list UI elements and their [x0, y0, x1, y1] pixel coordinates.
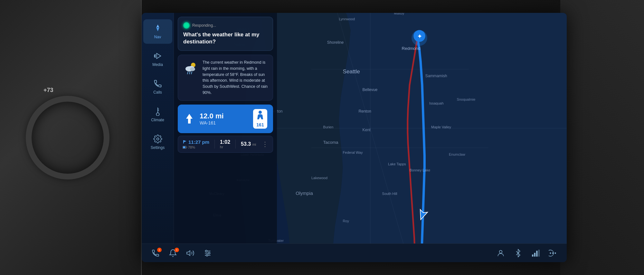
svg-text:Bellevue: Bellevue	[363, 87, 378, 92]
svg-point-52	[190, 67, 195, 71]
equalizer-icon	[204, 249, 212, 257]
main-screen: Nav Media Calls	[142, 13, 567, 262]
climate-icon	[153, 107, 162, 116]
svg-text:Kent: Kent	[363, 128, 371, 132]
nav-distance: 12.0 mi	[200, 112, 224, 120]
weather-card: The current weather in Redmond is light …	[178, 55, 273, 101]
weather-description: The current weather in Redmond is light …	[203, 60, 268, 96]
svg-text:Burien: Burien	[323, 125, 334, 129]
bottom-left-icons: 1 1	[151, 249, 212, 257]
weather-cloud-rain-icon	[183, 60, 198, 75]
voice-question-text: What's the weather like at my destinatio…	[183, 31, 268, 45]
svg-text:Renton: Renton	[358, 109, 371, 114]
sidebar-item-nav[interactable]: Nav	[143, 19, 172, 44]
navigation-instruction-card: 12.0 mi WA-161 161	[178, 105, 273, 133]
voice-active-dot	[183, 22, 190, 29]
voice-assistant-card: Responding... What's the weather like at…	[178, 17, 273, 51]
svg-marker-61	[187, 251, 190, 255]
notifications-button[interactable]: 1	[169, 249, 177, 257]
svg-text:Maltby: Maltby	[394, 13, 404, 15]
weather-icon	[183, 60, 199, 76]
svg-line-55	[191, 72, 192, 74]
svg-point-5	[156, 138, 159, 140]
signal-icon	[531, 249, 540, 257]
svg-text:Roy: Roy	[343, 219, 349, 223]
svg-point-56	[259, 111, 262, 114]
steering-wheel	[26, 96, 109, 179]
notification-badge: 1	[175, 248, 179, 252]
svg-rect-70	[534, 252, 535, 256]
svg-rect-69	[532, 254, 533, 257]
svg-text:South Hill: South Hill	[382, 192, 397, 196]
svg-text:✦: ✦	[417, 33, 422, 40]
svg-rect-72	[538, 250, 540, 257]
voice-responding-row: Responding...	[183, 22, 268, 29]
svg-point-65	[205, 250, 207, 252]
svg-text:Lynnwood: Lynnwood	[339, 17, 355, 21]
profile-button[interactable]	[497, 249, 505, 257]
battery-info: 78%	[183, 145, 209, 149]
svg-point-67	[206, 254, 208, 256]
svg-point-73	[550, 252, 551, 253]
trip-info-bar: 11:27 pm 78%	[178, 136, 273, 153]
more-button[interactable]	[549, 249, 557, 257]
svg-rect-71	[536, 251, 537, 256]
straight-arrow-icon	[184, 113, 195, 124]
sidebar-item-climate[interactable]: Climate	[143, 102, 172, 127]
battery-icon	[183, 146, 187, 149]
route-badge: 161	[253, 109, 267, 129]
user-icon	[497, 249, 505, 257]
duration-value: 1:02	[220, 139, 230, 145]
signal-button[interactable]	[531, 249, 540, 257]
svg-text:Bonney Lake: Bonney Lake	[410, 168, 430, 172]
more-horizontal-icon	[549, 249, 557, 257]
route-badge-icon	[256, 110, 265, 122]
svg-text:Seattle: Seattle	[343, 69, 360, 75]
svg-text:Shoreline: Shoreline	[327, 40, 344, 45]
sidebar-item-settings[interactable]: Settings	[143, 130, 172, 154]
svg-text:Enumclaw: Enumclaw	[449, 152, 465, 156]
duration-unit: hr	[220, 145, 230, 149]
svg-text:Monroe: Monroe	[457, 13, 469, 13]
volume-icon	[186, 249, 194, 257]
nav-icon	[153, 24, 162, 33]
svg-text:Tacoma: Tacoma	[323, 140, 338, 145]
sidebar-item-media[interactable]: Media	[143, 47, 172, 71]
svg-text:Issaquah: Issaquah	[429, 101, 444, 105]
sidebar-item-calls[interactable]: Calls	[143, 75, 172, 99]
route-number: 161	[256, 122, 264, 127]
svg-text:Redmond: Redmond	[402, 46, 421, 51]
nav-road: WA-161	[200, 120, 224, 125]
arrive-time: 11:27 pm	[188, 139, 209, 145]
car-interior-right	[560, 0, 644, 275]
voice-status: Responding...	[192, 23, 216, 28]
flag-icon	[183, 140, 187, 144]
svg-rect-60	[183, 146, 185, 148]
nav-instruction-text: 12.0 mi WA-161	[200, 112, 224, 125]
sidebar: Nav Media Calls	[142, 13, 174, 243]
map-area: ✦ Seattle Redmond Bellevue Renton Tacoma…	[174, 13, 567, 243]
svg-text:Federal Way: Federal Way	[343, 151, 363, 154]
media-icon	[153, 51, 162, 60]
volume-button[interactable]	[186, 249, 194, 257]
svg-text:Lakewood: Lakewood	[311, 176, 327, 180]
trip-separator-2	[235, 140, 236, 149]
sidebar-media-label: Media	[152, 62, 163, 67]
svg-line-54	[189, 72, 190, 74]
phone-button[interactable]: 1	[151, 249, 160, 257]
svg-rect-59	[186, 147, 187, 148]
svg-point-68	[499, 250, 502, 253]
svg-text:Sammamish: Sammamish	[425, 74, 447, 78]
route-person-icon	[256, 110, 265, 121]
trip-separator-1	[214, 140, 215, 149]
sidebar-calls-label: Calls	[153, 90, 162, 95]
svg-point-66	[208, 252, 210, 254]
more-options-button[interactable]: ⋮	[262, 140, 268, 148]
svg-line-53	[187, 72, 188, 74]
svg-text:Maple Valley: Maple Valley	[431, 125, 451, 129]
settings-icon	[153, 134, 162, 143]
bluetooth-button[interactable]	[514, 249, 522, 257]
equalizer-button[interactable]	[204, 249, 212, 257]
trip-distance: 53.3 mi	[241, 141, 256, 147]
screen-content: Nav Media Calls	[142, 13, 567, 243]
